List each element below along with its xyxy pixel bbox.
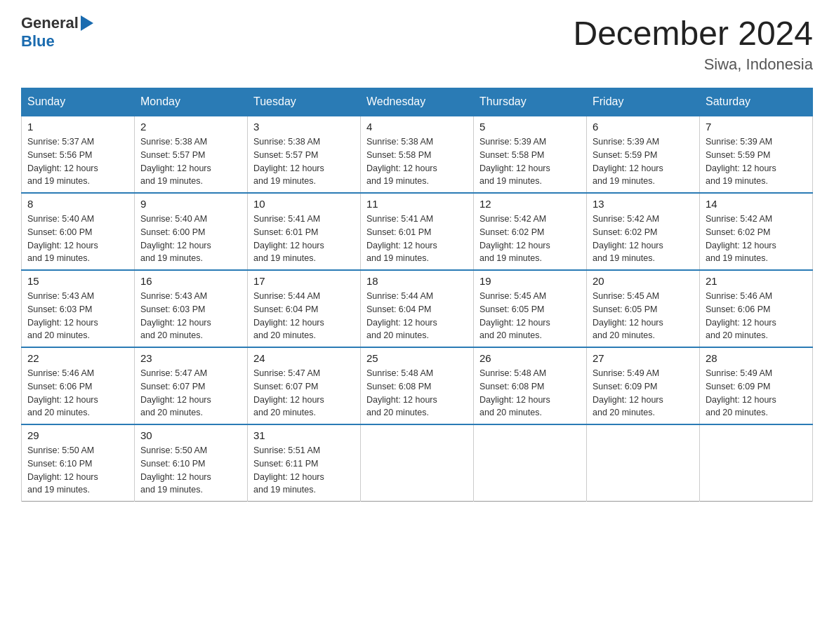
day-number: 28 (706, 352, 807, 364)
title-section: December 2024 Siwa, Indonesia (573, 14, 813, 74)
day-info: Sunrise: 5:38 AM Sunset: 5:57 PM Dayligh… (253, 135, 355, 188)
day-info: Sunrise: 5:49 AM Sunset: 6:09 PM Dayligh… (593, 367, 694, 420)
calendar-cell: 15 Sunrise: 5:43 AM Sunset: 6:03 PM Dayl… (22, 270, 135, 347)
day-number: 12 (479, 198, 581, 210)
calendar-cell: 12 Sunrise: 5:42 AM Sunset: 6:02 PM Dayl… (474, 193, 587, 270)
day-number: 3 (253, 121, 355, 133)
header-wednesday: Wednesday (361, 88, 474, 116)
calendar-cell: 31 Sunrise: 5:51 AM Sunset: 6:11 PM Dayl… (248, 424, 361, 502)
calendar-week-5: 29 Sunrise: 5:50 AM Sunset: 6:10 PM Dayl… (22, 424, 813, 502)
header-sunday: Sunday (22, 88, 135, 116)
day-number: 18 (366, 275, 468, 287)
calendar-cell: 19 Sunrise: 5:45 AM Sunset: 6:05 PM Dayl… (474, 270, 587, 347)
day-info: Sunrise: 5:38 AM Sunset: 5:58 PM Dayligh… (366, 135, 468, 188)
calendar-cell (587, 424, 700, 502)
logo-blue-text: Blue (21, 32, 55, 50)
calendar-week-1: 1 Sunrise: 5:37 AM Sunset: 5:56 PM Dayli… (22, 116, 813, 193)
day-info: Sunrise: 5:46 AM Sunset: 6:06 PM Dayligh… (27, 367, 128, 420)
day-info: Sunrise: 5:47 AM Sunset: 6:07 PM Dayligh… (253, 367, 355, 420)
day-info: Sunrise: 5:39 AM Sunset: 5:59 PM Dayligh… (706, 135, 807, 188)
day-info: Sunrise: 5:43 AM Sunset: 6:03 PM Dayligh… (140, 290, 241, 342)
day-number: 31 (253, 429, 355, 441)
calendar-cell: 23 Sunrise: 5:47 AM Sunset: 6:07 PM Dayl… (135, 347, 248, 424)
calendar-table: Sunday Monday Tuesday Wednesday Thursday… (21, 88, 813, 502)
logo-general-text: General (21, 14, 79, 32)
day-number: 27 (593, 352, 694, 364)
day-number: 30 (140, 429, 241, 441)
day-info: Sunrise: 5:41 AM Sunset: 6:01 PM Dayligh… (366, 213, 468, 265)
day-number: 26 (479, 352, 581, 364)
header-friday: Friday (587, 88, 700, 116)
calendar-cell (700, 424, 813, 502)
calendar-cell: 7 Sunrise: 5:39 AM Sunset: 5:59 PM Dayli… (700, 116, 813, 193)
calendar-cell: 29 Sunrise: 5:50 AM Sunset: 6:10 PM Dayl… (22, 424, 135, 502)
location-title: Siwa, Indonesia (573, 55, 813, 74)
day-number: 13 (593, 198, 694, 210)
calendar-cell (361, 424, 474, 502)
day-info: Sunrise: 5:44 AM Sunset: 6:04 PM Dayligh… (366, 290, 468, 342)
day-number: 7 (706, 121, 807, 133)
day-info: Sunrise: 5:39 AM Sunset: 5:58 PM Dayligh… (479, 135, 581, 188)
calendar-cell: 4 Sunrise: 5:38 AM Sunset: 5:58 PM Dayli… (361, 116, 474, 193)
day-number: 10 (253, 198, 355, 210)
calendar-cell: 2 Sunrise: 5:38 AM Sunset: 5:57 PM Dayli… (135, 116, 248, 193)
day-number: 21 (706, 275, 807, 287)
header-monday: Monday (135, 88, 248, 116)
day-number: 4 (366, 121, 468, 133)
day-info: Sunrise: 5:39 AM Sunset: 5:59 PM Dayligh… (593, 135, 694, 188)
calendar-cell: 3 Sunrise: 5:38 AM Sunset: 5:57 PM Dayli… (248, 116, 361, 193)
day-info: Sunrise: 5:48 AM Sunset: 6:08 PM Dayligh… (366, 367, 468, 420)
calendar-cell: 1 Sunrise: 5:37 AM Sunset: 5:56 PM Dayli… (22, 116, 135, 193)
header-saturday: Saturday (700, 88, 813, 116)
day-number: 2 (140, 121, 241, 133)
day-info: Sunrise: 5:50 AM Sunset: 6:10 PM Dayligh… (140, 444, 241, 497)
calendar-cell: 22 Sunrise: 5:46 AM Sunset: 6:06 PM Dayl… (22, 347, 135, 424)
calendar-cell: 9 Sunrise: 5:40 AM Sunset: 6:00 PM Dayli… (135, 193, 248, 270)
day-info: Sunrise: 5:38 AM Sunset: 5:57 PM Dayligh… (140, 135, 241, 188)
day-info: Sunrise: 5:46 AM Sunset: 6:06 PM Dayligh… (706, 290, 807, 342)
day-number: 17 (253, 275, 355, 287)
calendar-cell: 17 Sunrise: 5:44 AM Sunset: 6:04 PM Dayl… (248, 270, 361, 347)
calendar-cell: 5 Sunrise: 5:39 AM Sunset: 5:58 PM Dayli… (474, 116, 587, 193)
calendar-week-3: 15 Sunrise: 5:43 AM Sunset: 6:03 PM Dayl… (22, 270, 813, 347)
calendar-cell: 27 Sunrise: 5:49 AM Sunset: 6:09 PM Dayl… (587, 347, 700, 424)
calendar-cell (474, 424, 587, 502)
page-header: General Blue December 2024 Siwa, Indones… (21, 14, 813, 74)
day-info: Sunrise: 5:43 AM Sunset: 6:03 PM Dayligh… (27, 290, 128, 342)
day-number: 22 (27, 352, 128, 364)
day-info: Sunrise: 5:40 AM Sunset: 6:00 PM Dayligh… (140, 213, 241, 265)
logo-triangle-icon (81, 15, 93, 31)
day-number: 14 (706, 198, 807, 210)
day-number: 23 (140, 352, 241, 364)
month-title: December 2024 (573, 14, 813, 53)
day-number: 19 (479, 275, 581, 287)
header-thursday: Thursday (474, 88, 587, 116)
calendar-cell: 16 Sunrise: 5:43 AM Sunset: 6:03 PM Dayl… (135, 270, 248, 347)
day-info: Sunrise: 5:50 AM Sunset: 6:10 PM Dayligh… (27, 444, 128, 497)
header-tuesday: Tuesday (248, 88, 361, 116)
calendar-cell: 20 Sunrise: 5:45 AM Sunset: 6:05 PM Dayl… (587, 270, 700, 347)
svg-marker-0 (81, 15, 93, 31)
day-number: 5 (479, 121, 581, 133)
calendar-cell: 14 Sunrise: 5:42 AM Sunset: 6:02 PM Dayl… (700, 193, 813, 270)
calendar-cell: 11 Sunrise: 5:41 AM Sunset: 6:01 PM Dayl… (361, 193, 474, 270)
calendar-cell: 24 Sunrise: 5:47 AM Sunset: 6:07 PM Dayl… (248, 347, 361, 424)
calendar-cell: 18 Sunrise: 5:44 AM Sunset: 6:04 PM Dayl… (361, 270, 474, 347)
day-number: 11 (366, 198, 468, 210)
day-info: Sunrise: 5:42 AM Sunset: 6:02 PM Dayligh… (706, 213, 807, 265)
calendar-cell: 21 Sunrise: 5:46 AM Sunset: 6:06 PM Dayl… (700, 270, 813, 347)
day-number: 9 (140, 198, 241, 210)
calendar-header-row: Sunday Monday Tuesday Wednesday Thursday… (22, 88, 813, 116)
day-info: Sunrise: 5:44 AM Sunset: 6:04 PM Dayligh… (253, 290, 355, 342)
day-info: Sunrise: 5:48 AM Sunset: 6:08 PM Dayligh… (479, 367, 581, 420)
calendar-week-2: 8 Sunrise: 5:40 AM Sunset: 6:00 PM Dayli… (22, 193, 813, 270)
day-info: Sunrise: 5:40 AM Sunset: 6:00 PM Dayligh… (27, 213, 128, 265)
day-info: Sunrise: 5:45 AM Sunset: 6:05 PM Dayligh… (479, 290, 581, 342)
day-number: 6 (593, 121, 694, 133)
calendar-cell: 6 Sunrise: 5:39 AM Sunset: 5:59 PM Dayli… (587, 116, 700, 193)
day-number: 24 (253, 352, 355, 364)
day-number: 25 (366, 352, 468, 364)
calendar-week-4: 22 Sunrise: 5:46 AM Sunset: 6:06 PM Dayl… (22, 347, 813, 424)
calendar-cell: 28 Sunrise: 5:49 AM Sunset: 6:09 PM Dayl… (700, 347, 813, 424)
calendar-cell: 10 Sunrise: 5:41 AM Sunset: 6:01 PM Dayl… (248, 193, 361, 270)
